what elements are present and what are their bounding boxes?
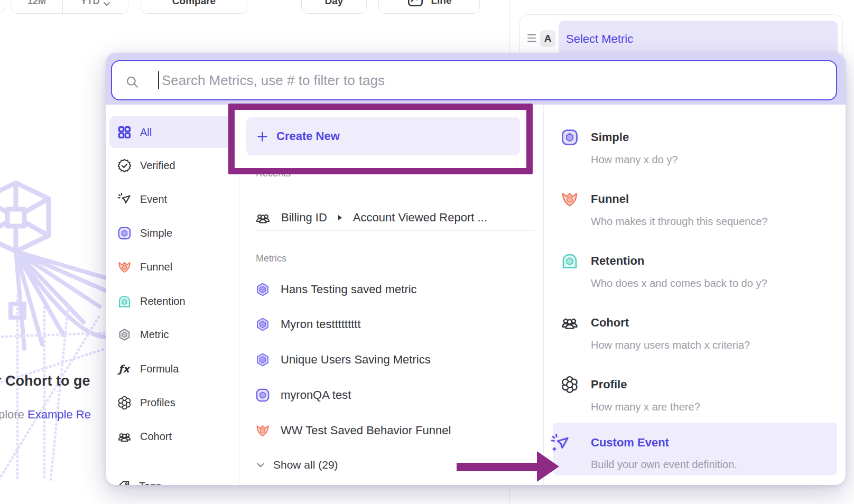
- sidebar-item-funnel[interactable]: Funnel: [117, 259, 172, 275]
- drag-handle-icon[interactable]: [527, 34, 536, 44]
- compare-label: Compare: [172, 0, 216, 7]
- sidebar-item-label: Event: [140, 193, 167, 206]
- select-metric-label: Select Metric: [566, 32, 633, 46]
- line-chart-type-button[interactable]: Line: [378, 0, 480, 14]
- sidebar-item-retention[interactable]: Retention: [117, 293, 185, 309]
- sidebar-item-cohort[interactable]: Cohort: [117, 428, 172, 444]
- annotation-arrow-icon: [453, 449, 560, 484]
- sidebar-item-metric[interactable]: Metric: [117, 326, 169, 342]
- line-chart-icon: [406, 0, 424, 8]
- sidebar-item-event[interactable]: Event: [117, 191, 167, 207]
- sidebar-item-label: Metric: [140, 329, 169, 341]
- saved-metric-hex-icon: [255, 317, 270, 332]
- simple-metric-icon: [255, 388, 270, 403]
- text-cursor: [158, 71, 159, 89]
- simple-metric-icon: [117, 226, 132, 240]
- sidebar-item-label: All: [140, 126, 152, 138]
- retention-icon: [561, 252, 579, 270]
- empty-state-subtext: xplore Example Re: [0, 408, 91, 422]
- empty-state-headline: r Cohort to ge: [0, 373, 90, 389]
- recents-divider: [256, 230, 535, 231]
- empty-state-wireframe-illustration: [0, 174, 106, 481]
- chevron-down-icon: [103, 2, 110, 7]
- recent-item-billing-report[interactable]: Billing ID Account Viewed Report ...: [255, 209, 487, 226]
- type-funnel[interactable]: Funnel: [591, 191, 629, 207]
- range-12m-button[interactable]: 12M: [11, 0, 62, 13]
- show-all-toggle[interactable]: Show all (29): [255, 457, 338, 473]
- chevron-down-icon: [255, 460, 266, 470]
- metric-picker-screen: 12M YTD Compare Day Line: [0, 0, 854, 504]
- day-label: Day: [325, 0, 344, 7]
- date-range-group: 12M YTD: [11, 0, 128, 14]
- metric-name: Myron testtttttttt: [281, 318, 361, 331]
- sidebar-item-label: Tags: [139, 480, 161, 486]
- funnel-icon: [117, 260, 132, 274]
- metric-name: myronQA test: [281, 388, 351, 402]
- metric-list-item[interactable]: Myron testtttttttt: [255, 316, 361, 333]
- sidebar-item-label: Funnel: [140, 261, 172, 273]
- sidebar-item-label: Profiles: [140, 397, 175, 409]
- type-cohort[interactable]: Cohort: [591, 315, 629, 331]
- sidebar-item-label: Retention: [140, 295, 185, 307]
- example-report-link[interactable]: Example Re: [27, 408, 91, 421]
- funnel-icon: [255, 423, 270, 438]
- recent-event-name: Account Viewed Report ...: [353, 211, 487, 225]
- event-cursor-icon: [117, 192, 132, 207]
- cohort-people-icon: [117, 430, 132, 444]
- search-input[interactable]: [112, 61, 836, 99]
- saved-metric-hex-icon: [255, 282, 270, 297]
- verified-seal-icon: [117, 158, 132, 173]
- saved-metric-hex-icon: [255, 352, 270, 367]
- retention-icon: [117, 294, 132, 309]
- cut-button-fragment[interactable]: [0, 0, 4, 14]
- sidebar-item-profiles[interactable]: Profiles: [117, 395, 175, 410]
- recent-cohort-name: Billing ID: [281, 211, 327, 225]
- metric-list-item[interactable]: WW Test Saved Behavior Funnel: [255, 422, 451, 439]
- sidebar-item-verified[interactable]: Verified: [117, 157, 175, 173]
- metrics-section-label: Metrics: [256, 253, 286, 264]
- type-simple[interactable]: Simple: [591, 129, 629, 145]
- line-label: Line: [431, 0, 451, 8]
- metric-name: Unique Users Saving Metrics: [281, 353, 431, 367]
- columns-divider: [543, 105, 544, 485]
- range-ytd-button[interactable]: YTD: [62, 0, 128, 13]
- type-retention[interactable]: Retention: [591, 253, 644, 269]
- type-profile[interactable]: Profile: [591, 377, 627, 393]
- cohort-people-icon: [255, 210, 271, 226]
- metric-list-item[interactable]: Unique Users Saving Metrics: [255, 351, 431, 368]
- sidebar-item-clipped[interactable]: Tags: [117, 478, 161, 485]
- search-box: [111, 60, 837, 100]
- profiles-cluster-icon: [117, 396, 132, 410]
- sidebar-item-label: Cohort: [140, 431, 172, 443]
- sidebar-item-all[interactable]: All: [117, 124, 152, 140]
- range-ytd-label: YTD: [81, 0, 100, 7]
- metric-hexagon-icon: [117, 328, 132, 342]
- compare-button[interactable]: Compare: [141, 0, 247, 14]
- sidebar-item-label: Simple: [140, 227, 172, 239]
- sidebar-item-simple[interactable]: Simple: [117, 225, 172, 241]
- type-cohort-desc: How many users match x criteria?: [591, 338, 750, 352]
- type-custom-event[interactable]: Custom Event: [591, 435, 669, 451]
- metric-list-item[interactable]: Hans Testing saved metric: [255, 281, 417, 298]
- grid-icon: [117, 125, 132, 139]
- sidebar-item-formula[interactable]: ƒx Formula: [117, 361, 179, 377]
- funnel-icon: [561, 190, 579, 208]
- caret-right-icon: [338, 214, 342, 221]
- sidebar-section-divider: [109, 462, 231, 462]
- type-retention-desc: Who does x and comes back to do y?: [591, 276, 767, 290]
- simple-metric-icon: [561, 128, 579, 146]
- metric-list-item[interactable]: myronQA test: [255, 387, 351, 404]
- range-12m-label: 12M: [27, 0, 46, 7]
- type-funnel-desc: Who makes it through this sequence?: [591, 214, 768, 228]
- sidebar-item-label: Verified: [140, 160, 175, 172]
- select-metric-pill[interactable]: Select Metric: [559, 21, 838, 57]
- tag-icon: [117, 480, 131, 486]
- type-custom-event-desc: Build your own event definition.: [591, 458, 737, 471]
- svg-text:ƒx: ƒx: [117, 363, 131, 375]
- type-profile-desc: How many x are there?: [591, 400, 700, 414]
- show-all-label: Show all (29): [273, 459, 338, 471]
- formula-fx-icon: ƒx: [117, 362, 132, 376]
- series-a-badge: A: [540, 30, 555, 47]
- day-granularity-button[interactable]: Day: [301, 0, 367, 14]
- type-simple-desc: How many x do y?: [591, 153, 678, 166]
